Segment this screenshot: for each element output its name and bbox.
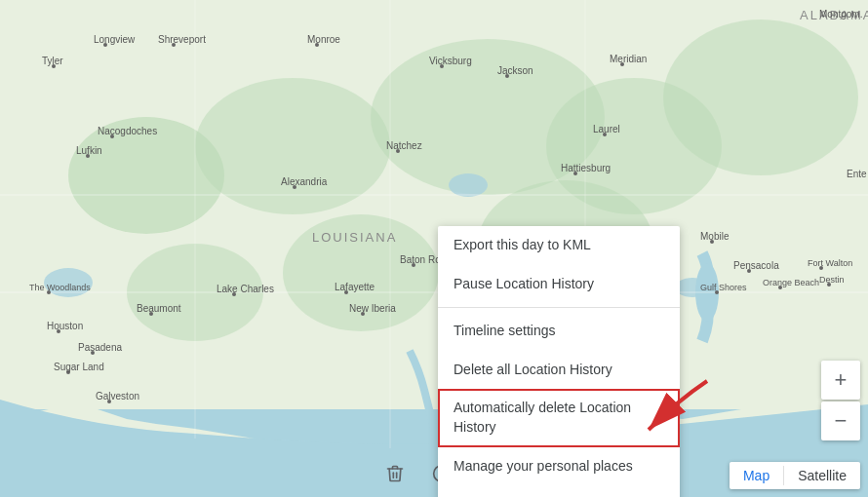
- svg-point-12: [449, 173, 488, 197]
- svg-text:Shreveport: Shreveport: [158, 34, 206, 45]
- satellite-tab[interactable]: Satellite: [784, 462, 860, 489]
- zoom-controls: + −: [821, 361, 860, 440]
- svg-text:Fort Walton: Fort Walton: [808, 258, 852, 268]
- delete-history-item[interactable]: Delete all Location History: [438, 351, 680, 390]
- map-tab[interactable]: Map: [730, 462, 783, 489]
- manage-places-item[interactable]: Manage your personal places: [438, 447, 680, 486]
- svg-text:Mobile: Mobile: [700, 231, 730, 242]
- svg-text:Lake Charles: Lake Charles: [217, 284, 274, 294]
- svg-text:Ente: Ente: [847, 169, 867, 179]
- map-container: ALABAMA LOUISIANA Shreveport Monroe Vick…: [0, 0, 868, 497]
- pause-history-item[interactable]: Pause Location History: [438, 265, 680, 304]
- svg-text:Destin: Destin: [819, 275, 845, 285]
- svg-text:New Iberia: New Iberia: [349, 303, 396, 314]
- export-kml-item[interactable]: Export this day to KML: [438, 226, 680, 265]
- svg-text:Orange Beach: Orange Beach: [763, 278, 819, 287]
- download-data-item[interactable]: Download a copy of all your data: [438, 485, 680, 497]
- svg-text:Alexandria: Alexandria: [281, 176, 328, 187]
- svg-text:Lufkin: Lufkin: [76, 145, 102, 156]
- svg-text:Tyler: Tyler: [42, 56, 63, 66]
- svg-text:Pasadena: Pasadena: [78, 342, 122, 353]
- timeline-settings-item[interactable]: Timeline settings: [438, 312, 680, 351]
- svg-text:Nacogdoches: Nacogdoches: [98, 126, 157, 136]
- svg-text:Hattiesburg: Hattiesburg: [561, 163, 611, 173]
- svg-text:Houston: Houston: [47, 321, 83, 331]
- svg-text:Lafayette: Lafayette: [335, 282, 375, 292]
- svg-text:Montgom.: Montgom.: [819, 9, 862, 19]
- svg-text:Gulf Shores: Gulf Shores: [700, 283, 747, 292]
- svg-text:Jackson: Jackson: [497, 65, 533, 76]
- svg-text:Laurel: Laurel: [593, 124, 620, 134]
- svg-text:Sugar Land: Sugar Land: [54, 362, 104, 372]
- svg-text:Pensacola: Pensacola: [733, 260, 779, 271]
- svg-text:Galveston: Galveston: [96, 391, 139, 401]
- svg-text:Longview: Longview: [94, 34, 136, 45]
- zoom-in-button[interactable]: +: [821, 361, 860, 400]
- svg-text:Vicksburg: Vicksburg: [429, 56, 472, 66]
- menu-divider-1: [438, 307, 680, 308]
- zoom-out-button[interactable]: −: [821, 401, 860, 440]
- map-type-tabs: Map Satellite: [730, 462, 860, 489]
- auto-delete-item[interactable]: Automatically delete Location History: [438, 389, 680, 446]
- svg-text:LOUISIANA: LOUISIANA: [312, 230, 397, 245]
- delete-button[interactable]: [375, 454, 414, 493]
- dropdown-menu: Export this day to KML Pause Location Hi…: [438, 226, 680, 497]
- svg-text:Natchez: Natchez: [386, 140, 422, 151]
- svg-point-4: [195, 78, 390, 214]
- svg-text:Meridian: Meridian: [610, 54, 647, 64]
- svg-text:The Woodlands: The Woodlands: [29, 283, 91, 292]
- svg-point-7: [663, 19, 858, 175]
- svg-text:Beaumont: Beaumont: [137, 303, 181, 314]
- svg-text:Monroe: Monroe: [307, 34, 340, 45]
